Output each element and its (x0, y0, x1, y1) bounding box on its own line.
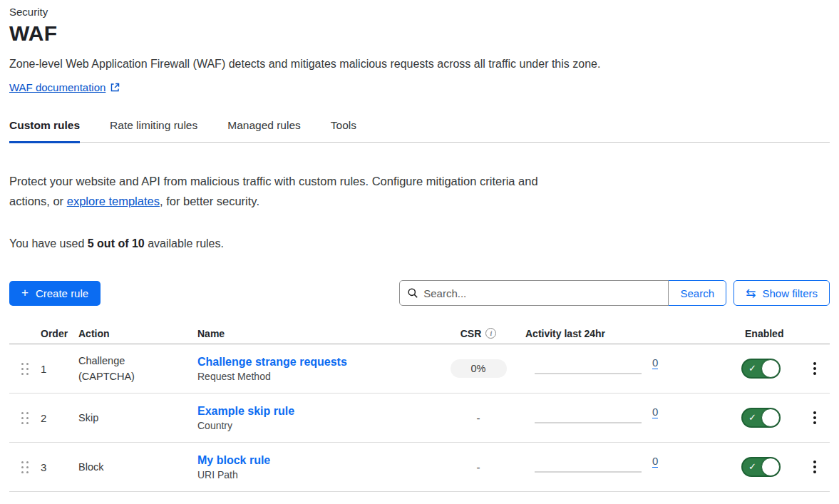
drag-handle-icon[interactable] (21, 412, 29, 424)
enabled-toggle[interactable]: ✓ (741, 457, 781, 477)
table-body: 1 Challenge (CAPTCHA) Challenge strange … (9, 344, 830, 492)
toggle-knob (761, 458, 780, 476)
waf-page: Security WAF Zone-level Web Application … (0, 0, 839, 504)
usage-count: 5 out of 10 (88, 237, 145, 250)
search-input[interactable] (399, 280, 669, 306)
toggle-knob (761, 359, 780, 378)
activity-sparkline (535, 471, 642, 473)
search-icon (407, 287, 418, 299)
check-icon: ✓ (748, 461, 756, 472)
drag-handle-icon[interactable] (21, 461, 29, 473)
enabled-toggle[interactable]: ✓ (741, 408, 781, 428)
rule-action: Skip (78, 410, 98, 426)
csr-value: 0% (451, 359, 507, 378)
header-name: Name (189, 328, 442, 339)
breadcrumb: Security (9, 0, 830, 18)
tab-custom-rules[interactable]: Custom rules (9, 119, 80, 143)
usage-part2: available rules. (145, 237, 224, 250)
create-rule-label: Create rule (36, 287, 88, 299)
usage-text: You have used 5 out of 10 available rule… (9, 237, 830, 250)
header-order: Order (39, 328, 77, 339)
rule-order: 3 (39, 461, 77, 473)
activity-sparkline (535, 422, 642, 423)
kebab-menu-icon[interactable] (809, 359, 820, 378)
show-filters-button[interactable]: ⇆ Show filters (734, 280, 830, 306)
show-filters-label: Show filters (762, 287, 818, 299)
rule-action: Block (78, 459, 103, 475)
activity-count-link[interactable]: 0 (652, 455, 658, 468)
zone-description: Zone-level Web Application Firewall (WAF… (9, 58, 830, 71)
waf-documentation-link[interactable]: WAF documentation (9, 81, 105, 93)
intro-text: Protect your website and API from malici… (9, 171, 538, 211)
rule-order: 2 (39, 412, 77, 424)
csr-value: - (477, 461, 480, 473)
header-csr: CSR (460, 328, 482, 339)
activity-sparkline (535, 373, 642, 374)
toggle-knob (761, 408, 780, 427)
check-icon: ✓ (748, 412, 756, 423)
tab-managed-rules[interactable]: Managed rules (227, 119, 301, 143)
tab-tools[interactable]: Tools (331, 119, 356, 143)
rules-toolbar: + Create rule Search ⇆ Show filters (9, 280, 830, 306)
activity-count-link[interactable]: 0 (652, 356, 658, 369)
external-link-icon (110, 82, 120, 93)
csr-value: - (477, 412, 480, 424)
plus-icon: + (21, 286, 29, 300)
activity-count-link[interactable]: 0 (652, 406, 658, 418)
header-enabled: Enabled (741, 328, 800, 339)
page-title: WAF (9, 21, 830, 46)
kebab-menu-icon[interactable] (809, 458, 820, 476)
table-header-row: Order Action Name CSR i Activity last 24… (9, 323, 830, 344)
explore-templates-link[interactable]: explore templates (67, 195, 160, 207)
tab-bar: Custom rulesRate limiting rulesManaged r… (9, 119, 830, 143)
create-rule-button[interactable]: + Create rule (9, 281, 101, 306)
rule-order: 1 (39, 363, 77, 375)
rule-field-type: URI Path (197, 469, 442, 480)
search-group: Search (399, 280, 726, 306)
intro-part2: , for better security. (160, 195, 259, 207)
swap-arrows-icon: ⇆ (746, 287, 756, 299)
rule-action: Challenge (CAPTCHA) (78, 353, 157, 384)
table-row: 3 Block My block rule URI Path - 0 ✓ (9, 443, 830, 492)
enabled-toggle[interactable]: ✓ (741, 359, 781, 379)
rule-name-link[interactable]: My block rule (197, 454, 270, 467)
tab-rate-limiting-rules[interactable]: Rate limiting rules (110, 119, 197, 143)
drag-handle-icon[interactable] (21, 363, 29, 375)
rule-field-type: Country (197, 420, 442, 431)
usage-part1: You have used (9, 237, 88, 250)
header-activity: Activity last 24hr (515, 328, 741, 339)
kebab-menu-icon[interactable] (809, 408, 820, 427)
table-row: 1 Challenge (CAPTCHA) Challenge strange … (9, 344, 830, 394)
rule-name-link[interactable]: Example skip rule (197, 405, 294, 418)
header-action: Action (77, 328, 189, 339)
search-button[interactable]: Search (668, 280, 726, 306)
check-icon: ✓ (748, 363, 756, 374)
rule-name-link[interactable]: Challenge strange requests (197, 356, 347, 369)
rule-field-type: Request Method (197, 371, 442, 382)
custom-rules-table: Order Action Name CSR i Activity last 24… (9, 323, 830, 492)
info-icon[interactable]: i (485, 328, 496, 339)
table-row: 2 Skip Example skip rule Country - 0 ✓ (9, 394, 830, 443)
